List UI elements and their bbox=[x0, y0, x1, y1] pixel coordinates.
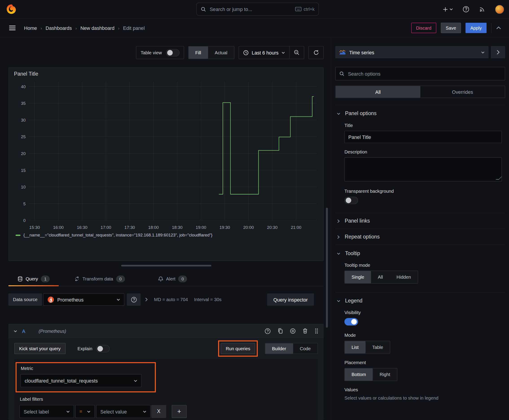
section-repeat-options[interactable]: Repeat options bbox=[335, 229, 505, 245]
options-search-input[interactable] bbox=[347, 71, 501, 77]
svg-text:17:00: 17:00 bbox=[100, 225, 111, 230]
legend-item[interactable]: {__name__="cloudflared_tunnel_total_requ… bbox=[15, 233, 323, 238]
select-value-placeholder: Select value bbox=[100, 409, 127, 414]
explain-toggle[interactable] bbox=[96, 345, 109, 352]
tooltip-all-option[interactable]: All bbox=[371, 271, 390, 283]
chevron-down-icon[interactable] bbox=[14, 330, 17, 332]
trash-icon[interactable] bbox=[303, 328, 308, 334]
select-label-dropdown[interactable]: Select label bbox=[20, 405, 74, 418]
save-button[interactable]: Save bbox=[441, 23, 461, 33]
add-filter-button[interactable]: + bbox=[172, 405, 187, 418]
time-range-label: Last 6 hours bbox=[252, 50, 279, 55]
fill-actual-segment: Fill Actual bbox=[188, 46, 235, 59]
legend-visibility-toggle[interactable] bbox=[344, 318, 358, 325]
chevron-down-icon bbox=[66, 410, 70, 412]
panel-links-label: Panel links bbox=[345, 218, 370, 224]
remove-filter-button[interactable]: X bbox=[151, 405, 166, 418]
metric-value: cloudflared_tunnel_total_requests bbox=[25, 378, 98, 383]
datasource-help-button[interactable] bbox=[127, 293, 141, 306]
breadcrumb-new-dashboard[interactable]: New dashboard bbox=[80, 25, 114, 31]
hamburger-icon[interactable] bbox=[9, 25, 15, 30]
breadcrumb-dashboards[interactable]: Dashboards bbox=[46, 25, 72, 31]
toggle-viz-picker-button[interactable] bbox=[491, 46, 505, 58]
shortcut-hint: ctrl+k bbox=[295, 7, 315, 12]
tab-transform[interactable]: Transform data 0 bbox=[65, 272, 134, 286]
search-input[interactable] bbox=[209, 6, 292, 12]
tab-alert[interactable]: Alert 0 bbox=[149, 272, 196, 286]
discard-button[interactable]: Discard bbox=[411, 23, 436, 33]
add-icon[interactable] bbox=[443, 7, 453, 12]
placement-bottom-option[interactable]: Bottom bbox=[345, 368, 373, 381]
metric-label: Metric bbox=[21, 366, 142, 371]
time-range-picker[interactable]: Last 6 hours bbox=[239, 46, 289, 59]
zoom-out-button[interactable] bbox=[289, 46, 304, 59]
panel-resize-handle[interactable] bbox=[121, 265, 211, 266]
global-search[interactable]: ctrl+k bbox=[196, 3, 319, 16]
chevron-right-icon: › bbox=[118, 26, 119, 30]
tab-query[interactable]: Query 1 bbox=[8, 272, 59, 286]
apply-button[interactable]: Apply bbox=[465, 23, 486, 33]
panel-description-textarea[interactable] bbox=[344, 158, 502, 181]
datasource-select[interactable]: Prometheus bbox=[43, 293, 125, 306]
breadcrumb-home[interactable]: Home bbox=[24, 25, 37, 31]
description-field-label: Description bbox=[344, 149, 502, 154]
chevron-right-icon: › bbox=[76, 26, 77, 30]
eye-icon[interactable] bbox=[290, 328, 296, 334]
legend-placement-label: Placement bbox=[344, 360, 502, 365]
legend-table-option[interactable]: Table bbox=[365, 341, 390, 353]
grafana-logo-icon[interactable] bbox=[6, 4, 17, 15]
svg-text:15:30: 15:30 bbox=[29, 225, 40, 230]
transparent-bg-toggle[interactable] bbox=[344, 197, 358, 204]
options-search[interactable] bbox=[335, 67, 505, 81]
panel-title-input[interactable] bbox=[344, 131, 502, 143]
operator-value: = bbox=[79, 409, 82, 414]
query-row-header[interactable]: A (Prometheus) bbox=[8, 324, 324, 338]
builder-option[interactable]: Builder bbox=[265, 343, 293, 354]
section-panel-links[interactable]: Panel links bbox=[335, 213, 505, 229]
run-queries-button[interactable]: Run queries bbox=[221, 343, 255, 354]
collapse-up-icon[interactable] bbox=[496, 26, 501, 29]
transparent-bg-label: Transparent background bbox=[344, 188, 502, 194]
placement-right-option[interactable]: Right bbox=[373, 368, 397, 381]
help-icon[interactable] bbox=[463, 6, 469, 13]
actual-option[interactable]: Actual bbox=[208, 46, 234, 59]
transform-icon bbox=[74, 276, 79, 281]
table-view-toggle[interactable] bbox=[166, 49, 180, 56]
operator-dropdown[interactable]: = bbox=[76, 405, 95, 418]
section-panel-options[interactable]: Panel options bbox=[335, 105, 505, 117]
legend-values-label: Values bbox=[344, 387, 502, 392]
legend-values-description: Select values or calculations to show in… bbox=[344, 395, 502, 400]
legend-list-option[interactable]: List bbox=[345, 341, 365, 353]
metric-select[interactable]: cloudflared_tunnel_total_requests bbox=[20, 374, 142, 387]
tooltip-hidden-option[interactable]: Hidden bbox=[390, 271, 418, 283]
vertical-scrollbar-thumb[interactable] bbox=[326, 208, 328, 328]
user-avatar[interactable] bbox=[495, 5, 504, 14]
copy-icon[interactable] bbox=[278, 328, 283, 334]
rss-icon[interactable] bbox=[479, 6, 485, 12]
timeseries-chart[interactable]: 051015202530354015:3016:0016:3017:0017:3… bbox=[13, 78, 318, 233]
select-value-dropdown[interactable]: Select value bbox=[96, 405, 151, 418]
svg-text:0: 0 bbox=[23, 218, 26, 223]
visualization-select[interactable]: Time series bbox=[335, 46, 489, 58]
query-inspector-button[interactable]: Query inspector bbox=[267, 293, 314, 306]
svg-text:5: 5 bbox=[23, 202, 26, 206]
transform-count-badge: 0 bbox=[116, 275, 125, 282]
table-view-control: Table view bbox=[136, 46, 184, 59]
svg-text:20: 20 bbox=[21, 151, 26, 156]
refresh-button[interactable] bbox=[308, 46, 324, 59]
drag-handle-icon[interactable] bbox=[315, 328, 319, 334]
tooltip-single-option[interactable]: Single bbox=[345, 271, 371, 283]
kickstart-button[interactable]: Kick start your query bbox=[14, 343, 66, 354]
tab-all[interactable]: All bbox=[336, 86, 420, 98]
search-icon bbox=[201, 6, 206, 12]
legend-mode-label: Mode bbox=[344, 333, 502, 338]
section-legend[interactable]: Legend bbox=[335, 292, 505, 304]
options-pane: Time series All Overrides bbox=[331, 37, 509, 420]
metric-annotation: Metric cloudflared_tunnel_total_requests bbox=[15, 362, 156, 392]
section-tooltip[interactable]: Tooltip bbox=[335, 245, 505, 256]
tab-overrides[interactable]: Overrides bbox=[420, 86, 505, 98]
code-option[interactable]: Code bbox=[293, 343, 317, 354]
help-icon[interactable] bbox=[265, 328, 271, 334]
fill-option[interactable]: Fill bbox=[189, 46, 208, 59]
chevron-right-icon[interactable] bbox=[145, 298, 148, 301]
